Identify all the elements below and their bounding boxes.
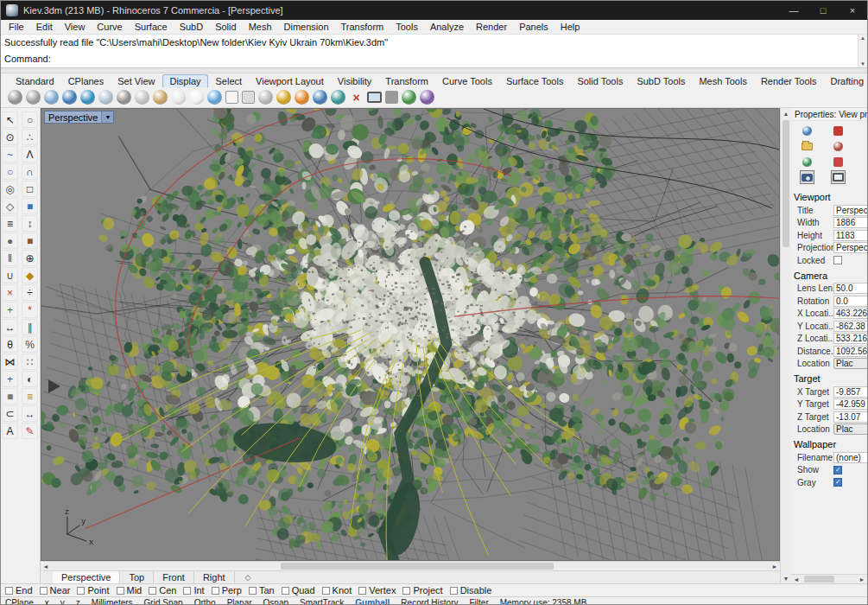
osnap-checkbox-disable[interactable] [450, 587, 458, 595]
command-history[interactable]: Successfully read file "C:\Users\mahi\De… [1, 35, 867, 51]
toolbar-tab-select[interactable]: Select [210, 75, 249, 87]
osnap-checkbox-quad[interactable] [282, 587, 289, 595]
polyline-tool-icon[interactable]: Λ [22, 146, 38, 162]
camera-icon[interactable] [800, 170, 814, 184]
scroll-left-icon[interactable]: ◄ [41, 562, 51, 570]
status-record-history[interactable]: Record History [401, 597, 458, 604]
layers-icon[interactable] [831, 155, 846, 169]
raytraced-display-icon[interactable] [207, 90, 222, 105]
scroll-down-icon[interactable]: ▼ [860, 61, 865, 67]
scroll-down-icon[interactable]: ▼ [781, 573, 791, 583]
loft-tool-icon[interactable]: ≡ [2, 215, 18, 232]
teal-sphere-icon[interactable] [331, 90, 345, 105]
folder-icon[interactable] [800, 139, 814, 153]
osnap-project[interactable]: Project [402, 585, 442, 595]
viewport-tab-right[interactable]: Right [194, 571, 235, 583]
toolbar-tab-display[interactable]: Display [162, 74, 207, 87]
lock-tool-icon[interactable]: ■ [2, 388, 18, 404]
value-y-locati[interactable]: -862.38 [833, 321, 867, 332]
osnap-perp[interactable]: Perp [212, 585, 242, 595]
orange-sphere-icon[interactable] [295, 90, 309, 105]
menu-surface[interactable]: Surface [129, 22, 174, 32]
dimension-tool-icon[interactable]: ↔ [22, 405, 38, 422]
polygon-tool-icon[interactable]: ◇ [2, 198, 18, 214]
rendered-display-icon[interactable] [80, 90, 95, 105]
value-x-target[interactable]: -9.857 [833, 386, 867, 398]
osnap-checkbox-vertex[interactable] [358, 587, 366, 595]
checkbox-locked[interactable] [833, 256, 842, 264]
curve-tool-icon[interactable]: ~ [2, 146, 18, 162]
osnap-near[interactable]: Near [40, 585, 71, 595]
viewport-tab-top[interactable]: Top [120, 571, 154, 583]
button-location[interactable]: Plac [833, 424, 867, 435]
menu-dimension[interactable]: Dimension [278, 22, 335, 32]
osnap-tan[interactable]: Tan [249, 585, 275, 595]
osnap-checkbox-point[interactable] [77, 587, 85, 595]
osnap-checkbox-knot[interactable] [322, 587, 330, 595]
menu-mesh[interactable]: Mesh [243, 22, 278, 32]
ellipse-tool-icon[interactable]: ◎ [2, 181, 18, 197]
mirror-tool-icon[interactable]: ⋈ [2, 353, 18, 370]
hscroll-track[interactable] [51, 562, 770, 570]
menu-tools[interactable]: Tools [390, 22, 424, 32]
circle-tool-icon[interactable]: ○ [2, 163, 18, 180]
cplane-grid-icon[interactable] [8, 90, 22, 105]
gold-sphere-icon[interactable] [276, 90, 291, 105]
lasso-select-tool-icon[interactable]: ○ [22, 111, 38, 128]
toolbar-tab-standard[interactable]: Standard [10, 75, 60, 87]
split-tool-icon[interactable]: ÷ [22, 284, 38, 301]
blue-sphere-icon[interactable] [313, 90, 327, 105]
technical-display-icon[interactable] [135, 90, 149, 105]
monitor-display-icon[interactable] [367, 92, 382, 103]
toolbar-tab-surface-tools[interactable]: Surface Tools [500, 75, 569, 87]
paintbrush-icon[interactable] [831, 124, 846, 137]
osnap-checkbox-tan[interactable] [249, 587, 257, 595]
capture-icon[interactable] [385, 91, 398, 104]
value-distance[interactable]: 1092.56 [833, 346, 867, 357]
value-filename[interactable]: (none) [833, 452, 867, 463]
scroll-left-icon[interactable]: ◄ [791, 575, 801, 583]
hide-tool-icon[interactable]: ◐ [22, 371, 38, 387]
command-scrollbar[interactable]: ▲ ▼ [858, 35, 867, 67]
status-planar[interactable]: Planar [227, 597, 252, 604]
menu-subd[interactable]: SubD [174, 22, 210, 32]
green-sphere-icon[interactable] [402, 90, 416, 105]
arc-tool-icon[interactable]: ∩ [22, 163, 38, 180]
surface-tool-icon[interactable]: ■ [22, 198, 38, 214]
command-input-line[interactable]: Command: [1, 51, 867, 67]
display-monitor-icon[interactable] [831, 170, 846, 184]
paint-tool-icon[interactable]: ✎ [22, 423, 38, 439]
value-z-locati[interactable]: 533.216 [833, 333, 867, 344]
menu-view[interactable]: View [59, 22, 92, 32]
panel-hscroll-track[interactable] [801, 575, 857, 583]
material-sphere-icon[interactable] [420, 90, 434, 105]
osnap-point[interactable]: Point [77, 585, 109, 595]
rotate-tool-icon[interactable]: θ [2, 336, 18, 353]
status-y[interactable]: y [60, 597, 65, 604]
value-width[interactable]: 1886 [833, 217, 867, 228]
point-cloud-tool-icon[interactable]: ∴ [22, 129, 38, 145]
osnap-checkbox-mid[interactable] [117, 587, 124, 595]
panel-hscroll-thumb[interactable] [804, 576, 834, 583]
scroll-right-icon[interactable]: ► [857, 575, 867, 583]
chamfer-tool-icon[interactable]: ◆ [22, 267, 38, 283]
gray-sphere-icon[interactable] [258, 90, 273, 105]
page-icon[interactable] [225, 91, 238, 104]
menu-solid[interactable]: Solid [209, 22, 242, 32]
point-tool-icon[interactable]: ⊙ [2, 129, 18, 145]
boolean-tool-icon[interactable]: ⊕ [22, 250, 38, 266]
gumball-tool-icon[interactable]: + [2, 371, 18, 387]
vscroll-track[interactable] [781, 118, 791, 573]
value-rotation[interactable]: 0.0 [833, 296, 867, 307]
osnap-checkbox-cen[interactable] [149, 587, 156, 595]
copy-tool-icon[interactable]: ∥ [22, 319, 38, 335]
menu-render[interactable]: Render [470, 22, 513, 32]
vscroll-thumb[interactable] [782, 120, 789, 247]
arctic-display-icon[interactable] [189, 90, 204, 105]
panel-hscrollbar[interactable]: ◄ ► [791, 574, 867, 583]
osnap-int[interactable]: Int [183, 585, 204, 595]
toolbar-tab-subd-tools[interactable]: SubD Tools [630, 75, 691, 87]
chevron-down-icon[interactable]: ▼ [101, 111, 113, 123]
value-lens-len[interactable]: 50.0 [833, 283, 867, 294]
ghosted-display-icon[interactable] [98, 90, 113, 105]
